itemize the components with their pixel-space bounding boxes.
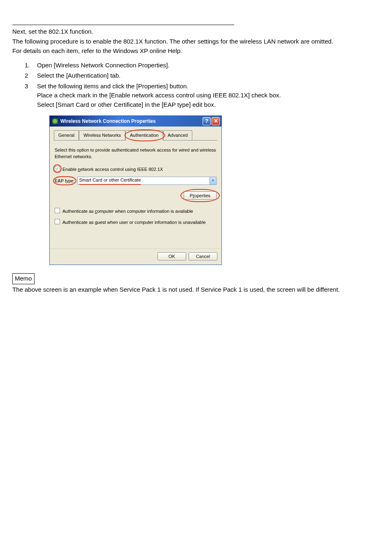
close-button[interactable]: ✕ bbox=[212, 117, 220, 125]
window-title: Wireless Network Connection Properties bbox=[60, 117, 156, 125]
memo-section: Memo The above screen is an example when… bbox=[12, 273, 380, 294]
intro-line-1: Next, set the 802.1X function. bbox=[12, 27, 380, 37]
step-text: Place a check mark in the [Enable networ… bbox=[37, 91, 380, 100]
auth-computer-row[interactable]: Authenticate as computer when computer i… bbox=[55, 208, 217, 215]
memo-label: Memo bbox=[12, 273, 35, 284]
step-text: Open [Wireless Network Connection Proper… bbox=[37, 61, 380, 70]
tab-advanced[interactable]: Advanced bbox=[163, 130, 192, 140]
eap-type-label: EAP type: bbox=[55, 177, 75, 184]
eap-type-value: Smart Card or other Certificate bbox=[79, 177, 141, 185]
step-3: 3 Set the following items and click the … bbox=[12, 82, 380, 110]
titlebar-buttons: ? ✕ bbox=[203, 117, 220, 125]
tab-content: Select this option to provide authentica… bbox=[54, 144, 217, 245]
auth-guest-checkbox[interactable] bbox=[55, 219, 60, 224]
description-text: Select this option to provide authentica… bbox=[55, 147, 217, 160]
properties-dialog: Wireless Network Connection Properties ?… bbox=[49, 115, 222, 265]
intro-line-3: For details on each item, refer to the W… bbox=[12, 46, 380, 56]
step-1: 1. Open [Wireless Network Connection Pro… bbox=[12, 61, 380, 70]
step-text: Set the following items and click the [P… bbox=[37, 82, 380, 91]
screenshot-dialog-wrap: Wireless Network Connection Properties ?… bbox=[49, 115, 380, 265]
step-number: 3 bbox=[12, 82, 25, 110]
tab-authentication[interactable]: Authentication bbox=[125, 130, 163, 140]
step-number: 2 bbox=[12, 71, 25, 81]
ok-button[interactable]: OK bbox=[157, 252, 186, 260]
properties-row: Properties bbox=[55, 191, 217, 200]
auth-guest-row[interactable]: Authenticate as guest when user or compu… bbox=[55, 219, 217, 226]
tab-general[interactable]: General bbox=[54, 130, 79, 140]
dialog-footer: OK Cancel bbox=[50, 249, 221, 265]
tab-label: Authentication bbox=[130, 133, 159, 138]
eap-type-select[interactable]: Smart Card or other Certificate ▾ bbox=[77, 177, 217, 185]
eap-type-row: EAP type: Smart Card or other Certificat… bbox=[55, 177, 217, 185]
step-number: 1. bbox=[12, 61, 25, 70]
tab-wireless-networks[interactable]: Wireless Networks bbox=[79, 130, 125, 140]
steps-list: 1. Open [Wireless Network Connection Pro… bbox=[12, 61, 380, 110]
enable-8021x-checkbox[interactable] bbox=[55, 166, 60, 171]
dialog-body: General Wireless Networks Authentication… bbox=[50, 127, 221, 249]
properties-button[interactable]: Properties bbox=[184, 191, 217, 200]
enable-8021x-row[interactable]: Enable network access control using IEEE… bbox=[55, 166, 217, 173]
auth-computer-label: Authenticate as computer when computer i… bbox=[62, 208, 193, 215]
step-text: Select the [Authentication] tab. bbox=[37, 71, 380, 81]
titlebar-left: Wireless Network Connection Properties bbox=[52, 117, 156, 125]
cancel-button[interactable]: Cancel bbox=[189, 252, 217, 260]
memo-text: The above screen is an example when Serv… bbox=[12, 285, 380, 295]
dropdown-arrow-icon[interactable]: ▾ bbox=[210, 177, 216, 184]
horizontal-rule bbox=[12, 25, 234, 25]
network-icon bbox=[52, 118, 58, 124]
auth-computer-checkbox[interactable] bbox=[55, 208, 60, 213]
step-text: Select [Smart Card or other Certificate]… bbox=[37, 100, 380, 110]
step-2: 2 Select the [Authentication] tab. bbox=[12, 71, 380, 81]
intro-line-2: The following procedure is to enable the… bbox=[12, 37, 380, 46]
document: Next, set the 802.1X function. The follo… bbox=[12, 25, 380, 294]
auth-guest-label: Authenticate as guest when user or compu… bbox=[62, 219, 206, 226]
intro-text: Next, set the 802.1X function. The follo… bbox=[12, 27, 380, 56]
help-button[interactable]: ? bbox=[203, 117, 211, 125]
enable-8021x-label: Enable network access control using IEEE… bbox=[62, 166, 163, 173]
titlebar[interactable]: Wireless Network Connection Properties ?… bbox=[50, 116, 221, 127]
tabs: General Wireless Networks Authentication… bbox=[54, 130, 217, 140]
